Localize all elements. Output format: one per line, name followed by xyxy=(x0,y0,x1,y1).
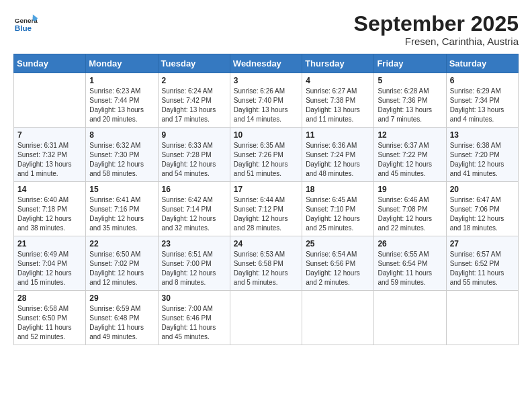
day-detail: Sunrise: 6:33 AMSunset: 7:28 PMDaylight:… xyxy=(162,141,226,179)
calendar-cell xyxy=(302,291,374,345)
title-block: September 2025 Fresen, Carinthia, Austri… xyxy=(354,12,519,47)
day-detail: Sunrise: 6:58 AMSunset: 6:50 PMDaylight:… xyxy=(17,304,82,342)
calendar-cell xyxy=(374,291,446,345)
day-number: 1 xyxy=(89,76,154,85)
day-number: 26 xyxy=(378,239,442,248)
weekday-header-friday: Friday xyxy=(374,54,446,73)
calendar-cell: 23Sunrise: 6:51 AMSunset: 7:00 PMDayligh… xyxy=(158,236,230,291)
calendar-cell: 16Sunrise: 6:42 AMSunset: 7:14 PMDayligh… xyxy=(158,182,230,236)
day-detail: Sunrise: 6:44 AMSunset: 7:12 PMDaylight:… xyxy=(234,195,298,233)
day-detail: Sunrise: 6:47 AMSunset: 7:06 PMDaylight:… xyxy=(450,195,515,233)
day-number: 30 xyxy=(162,293,226,303)
calendar-cell: 3Sunrise: 6:26 AMSunset: 7:40 PMDaylight… xyxy=(230,73,302,128)
day-detail: Sunrise: 6:40 AMSunset: 7:18 PMDaylight:… xyxy=(17,195,82,233)
day-detail: Sunrise: 6:54 AMSunset: 6:56 PMDaylight:… xyxy=(306,250,370,287)
day-number: 13 xyxy=(450,130,515,140)
day-detail: Sunrise: 6:29 AMSunset: 7:34 PMDaylight:… xyxy=(450,87,515,124)
calendar-cell: 2Sunrise: 6:24 AMSunset: 7:42 PMDaylight… xyxy=(158,73,230,128)
calendar-cell: 26Sunrise: 6:55 AMSunset: 6:54 PMDayligh… xyxy=(374,236,446,291)
day-detail: Sunrise: 6:35 AMSunset: 7:26 PMDaylight:… xyxy=(234,141,298,179)
calendar-cell: 27Sunrise: 6:57 AMSunset: 6:52 PMDayligh… xyxy=(446,236,518,291)
day-number: 23 xyxy=(162,239,226,248)
day-number: 20 xyxy=(450,185,515,194)
calendar-cell: 9Sunrise: 6:33 AMSunset: 7:28 PMDaylight… xyxy=(158,128,230,182)
calendar-cell: 29Sunrise: 6:59 AMSunset: 6:48 PMDayligh… xyxy=(86,291,158,345)
day-number: 29 xyxy=(89,293,154,303)
calendar-cell: 17Sunrise: 6:44 AMSunset: 7:12 PMDayligh… xyxy=(230,182,302,236)
day-number: 8 xyxy=(89,130,154,140)
day-number: 25 xyxy=(306,239,370,248)
day-detail: Sunrise: 6:57 AMSunset: 6:52 PMDaylight:… xyxy=(450,250,515,287)
weekday-header-tuesday: Tuesday xyxy=(158,54,230,73)
month-title: September 2025 xyxy=(354,12,519,36)
day-number: 12 xyxy=(378,130,442,140)
day-detail: Sunrise: 6:37 AMSunset: 7:22 PMDaylight:… xyxy=(378,141,442,179)
day-detail: Sunrise: 6:27 AMSunset: 7:38 PMDaylight:… xyxy=(306,87,370,124)
day-number: 4 xyxy=(306,76,370,85)
weekday-header-sunday: Sunday xyxy=(14,54,86,73)
day-detail: Sunrise: 6:38 AMSunset: 7:20 PMDaylight:… xyxy=(450,141,515,179)
day-number: 21 xyxy=(17,239,82,248)
day-number: 17 xyxy=(234,185,298,194)
day-detail: Sunrise: 6:45 AMSunset: 7:10 PMDaylight:… xyxy=(306,195,370,233)
calendar-cell: 4Sunrise: 6:27 AMSunset: 7:38 PMDaylight… xyxy=(302,73,374,128)
day-number: 5 xyxy=(378,76,442,85)
day-number: 2 xyxy=(162,76,226,85)
day-detail: Sunrise: 6:42 AMSunset: 7:14 PMDaylight:… xyxy=(162,195,226,233)
day-detail: Sunrise: 6:23 AMSunset: 7:44 PMDaylight:… xyxy=(89,87,154,124)
calendar-cell: 30Sunrise: 7:00 AMSunset: 6:46 PMDayligh… xyxy=(158,291,230,345)
day-detail: Sunrise: 6:50 AMSunset: 7:02 PMDaylight:… xyxy=(89,250,154,287)
calendar-cell: 5Sunrise: 6:28 AMSunset: 7:36 PMDaylight… xyxy=(374,73,446,128)
calendar-cell: 13Sunrise: 6:38 AMSunset: 7:20 PMDayligh… xyxy=(446,128,518,182)
day-detail: Sunrise: 6:31 AMSunset: 7:32 PMDaylight:… xyxy=(17,141,82,179)
weekday-header-thursday: Thursday xyxy=(302,54,374,73)
day-detail: Sunrise: 6:36 AMSunset: 7:24 PMDaylight:… xyxy=(306,141,370,179)
day-detail: Sunrise: 6:59 AMSunset: 6:48 PMDaylight:… xyxy=(89,304,154,342)
calendar-cell: 15Sunrise: 6:41 AMSunset: 7:16 PMDayligh… xyxy=(86,182,158,236)
day-number: 27 xyxy=(450,239,515,248)
header: General Blue September 2025 Fresen, Cari… xyxy=(13,12,519,47)
logo: General Blue xyxy=(13,12,39,36)
calendar-cell xyxy=(446,291,518,345)
calendar-cell: 21Sunrise: 6:49 AMSunset: 7:04 PMDayligh… xyxy=(14,236,86,291)
day-number: 14 xyxy=(17,185,82,194)
day-detail: Sunrise: 7:00 AMSunset: 6:46 PMDaylight:… xyxy=(162,304,226,342)
calendar-cell: 25Sunrise: 6:54 AMSunset: 6:56 PMDayligh… xyxy=(302,236,374,291)
calendar-cell: 7Sunrise: 6:31 AMSunset: 7:32 PMDaylight… xyxy=(14,128,86,182)
day-detail: Sunrise: 6:53 AMSunset: 6:58 PMDaylight:… xyxy=(234,250,298,287)
calendar-cell: 20Sunrise: 6:47 AMSunset: 7:06 PMDayligh… xyxy=(446,182,518,236)
day-detail: Sunrise: 6:26 AMSunset: 7:40 PMDaylight:… xyxy=(234,87,298,124)
calendar-cell: 14Sunrise: 6:40 AMSunset: 7:18 PMDayligh… xyxy=(14,182,86,236)
calendar: SundayMondayTuesdayWednesdayThursdayFrid… xyxy=(13,54,519,345)
calendar-cell xyxy=(14,73,86,128)
day-detail: Sunrise: 6:51 AMSunset: 7:00 PMDaylight:… xyxy=(162,250,226,287)
calendar-cell: 10Sunrise: 6:35 AMSunset: 7:26 PMDayligh… xyxy=(230,128,302,182)
calendar-cell: 12Sunrise: 6:37 AMSunset: 7:22 PMDayligh… xyxy=(374,128,446,182)
location: Fresen, Carinthia, Austria xyxy=(354,36,519,47)
day-number: 19 xyxy=(378,185,442,194)
day-number: 11 xyxy=(306,130,370,140)
day-number: 16 xyxy=(162,185,226,194)
day-number: 24 xyxy=(234,239,298,248)
calendar-cell: 19Sunrise: 6:46 AMSunset: 7:08 PMDayligh… xyxy=(374,182,446,236)
calendar-cell: 1Sunrise: 6:23 AMSunset: 7:44 PMDaylight… xyxy=(86,73,158,128)
day-detail: Sunrise: 6:41 AMSunset: 7:16 PMDaylight:… xyxy=(89,195,154,233)
day-number: 3 xyxy=(234,76,298,85)
page: General Blue September 2025 Fresen, Cari… xyxy=(0,0,532,411)
calendar-cell: 22Sunrise: 6:50 AMSunset: 7:02 PMDayligh… xyxy=(86,236,158,291)
calendar-cell: 24Sunrise: 6:53 AMSunset: 6:58 PMDayligh… xyxy=(230,236,302,291)
day-detail: Sunrise: 6:24 AMSunset: 7:42 PMDaylight:… xyxy=(162,87,226,124)
weekday-header-saturday: Saturday xyxy=(446,54,518,73)
weekday-header-wednesday: Wednesday xyxy=(230,54,302,73)
day-detail: Sunrise: 6:55 AMSunset: 6:54 PMDaylight:… xyxy=(378,250,442,287)
day-number: 28 xyxy=(17,293,82,303)
day-detail: Sunrise: 6:49 AMSunset: 7:04 PMDaylight:… xyxy=(17,250,82,287)
day-detail: Sunrise: 6:28 AMSunset: 7:36 PMDaylight:… xyxy=(378,87,442,124)
calendar-cell: 18Sunrise: 6:45 AMSunset: 7:10 PMDayligh… xyxy=(302,182,374,236)
day-number: 10 xyxy=(234,130,298,140)
logo-icon: General Blue xyxy=(13,12,38,36)
day-number: 15 xyxy=(89,185,154,194)
day-detail: Sunrise: 6:32 AMSunset: 7:30 PMDaylight:… xyxy=(89,141,154,179)
calendar-cell: 8Sunrise: 6:32 AMSunset: 7:30 PMDaylight… xyxy=(86,128,158,182)
calendar-cell xyxy=(230,291,302,345)
